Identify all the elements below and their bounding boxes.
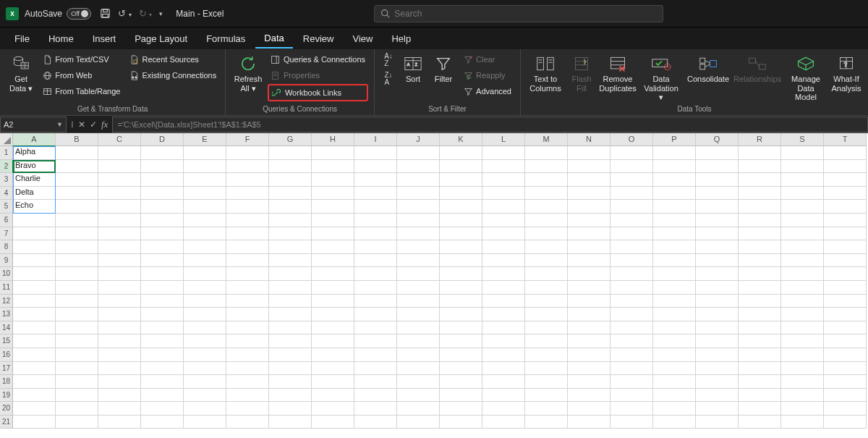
cell[interactable] [781, 321, 824, 335]
cell[interactable] [98, 254, 141, 268]
cell[interactable] [141, 160, 184, 174]
cell[interactable] [696, 334, 739, 348]
cell[interactable] [141, 173, 184, 187]
column-header[interactable]: M [525, 133, 568, 146]
cell[interactable] [482, 173, 525, 187]
cell[interactable] [824, 375, 867, 389]
save-icon[interactable] [100, 8, 111, 19]
cell[interactable] [354, 200, 397, 214]
cell[interactable] [312, 334, 354, 348]
cell[interactable] [739, 402, 781, 416]
cell[interactable] [226, 348, 269, 362]
cell[interactable] [653, 240, 696, 254]
cell[interactable] [696, 295, 739, 308]
cell[interactable] [525, 334, 568, 348]
cell[interactable] [269, 227, 312, 241]
cell[interactable] [653, 254, 696, 268]
cell[interactable] [568, 334, 610, 348]
cell[interactable]: Echo [13, 200, 56, 214]
cell[interactable] [525, 321, 568, 335]
toggle-switch[interactable]: Off [67, 8, 91, 20]
cell[interactable] [397, 281, 440, 295]
cell[interactable] [226, 295, 269, 308]
cell[interactable] [354, 321, 397, 335]
cell[interactable] [525, 173, 568, 187]
cell[interactable] [739, 308, 781, 321]
cell[interactable] [653, 267, 696, 281]
cell[interactable] [482, 402, 525, 416]
cell[interactable] [739, 173, 781, 187]
cell[interactable] [739, 214, 781, 227]
cell[interactable] [653, 281, 696, 295]
cell[interactable] [568, 389, 610, 403]
cell[interactable] [482, 281, 525, 295]
cell[interactable] [525, 227, 568, 241]
cell[interactable] [824, 281, 867, 295]
cell[interactable] [226, 416, 269, 429]
cell[interactable] [482, 160, 525, 174]
cell[interactable] [184, 240, 226, 254]
cell[interactable] [98, 362, 141, 376]
cell[interactable] [98, 402, 141, 416]
search-input[interactable] [394, 9, 657, 19]
cell[interactable] [739, 348, 781, 362]
cell[interactable] [482, 375, 525, 389]
cell[interactable] [56, 240, 98, 254]
cell[interactable] [781, 375, 824, 389]
cell[interactable] [56, 200, 98, 214]
cell[interactable] [141, 362, 184, 376]
cell[interactable] [568, 173, 610, 187]
cell[interactable] [98, 173, 141, 187]
cell[interactable] [141, 200, 184, 214]
cell[interactable] [824, 187, 867, 201]
cell[interactable] [98, 348, 141, 362]
cell[interactable] [525, 308, 568, 321]
column-header[interactable]: T [824, 133, 867, 146]
cell[interactable] [397, 200, 440, 214]
cell[interactable] [56, 416, 98, 429]
cell[interactable] [696, 200, 739, 214]
cell[interactable] [226, 214, 269, 227]
cell[interactable] [568, 348, 610, 362]
cell[interactable] [525, 295, 568, 308]
cell[interactable] [781, 173, 824, 187]
cell[interactable] [440, 187, 482, 201]
cell[interactable] [141, 240, 184, 254]
cell[interactable] [824, 321, 867, 335]
cell[interactable] [568, 375, 610, 389]
cell[interactable] [312, 295, 354, 308]
cell[interactable] [696, 173, 739, 187]
cell[interactable] [653, 173, 696, 187]
cell[interactable] [781, 146, 824, 160]
cell[interactable] [98, 240, 141, 254]
tab-page-layout[interactable]: Page Layout [126, 30, 196, 48]
cell[interactable] [141, 281, 184, 295]
cell[interactable] [98, 160, 141, 174]
cell[interactable] [56, 375, 98, 389]
cell[interactable] [226, 389, 269, 403]
cell[interactable] [610, 375, 653, 389]
cell[interactable] [312, 240, 354, 254]
get-data-button[interactable]: Get Data ▾ [6, 52, 36, 94]
cell[interactable] [781, 267, 824, 281]
cell[interactable] [824, 146, 867, 160]
cell[interactable] [13, 402, 56, 416]
cell[interactable] [397, 254, 440, 268]
recent-sources-button[interactable]: Recent Sources [126, 52, 219, 67]
cell[interactable] [354, 334, 397, 348]
cell[interactable] [56, 173, 98, 187]
cell[interactable] [653, 375, 696, 389]
cell[interactable] [56, 227, 98, 241]
cell[interactable] [440, 295, 482, 308]
qat-dropdown[interactable]: ▾ [159, 10, 163, 17]
cell[interactable] [739, 416, 781, 429]
cell[interactable] [781, 200, 824, 214]
cell[interactable] [269, 240, 312, 254]
cell[interactable] [568, 416, 610, 429]
cell[interactable] [525, 348, 568, 362]
row-header[interactable]: 18 [0, 375, 13, 389]
cell[interactable] [98, 200, 141, 214]
cell[interactable] [440, 227, 482, 241]
cell[interactable] [568, 362, 610, 376]
cell[interactable] [397, 295, 440, 308]
